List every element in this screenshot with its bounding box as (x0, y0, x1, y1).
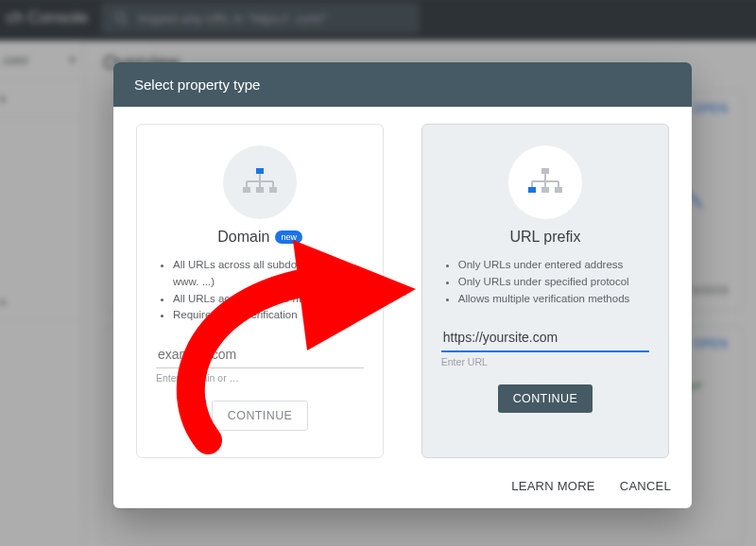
bullet: Requires DNS verification (173, 307, 364, 324)
learn-more-link[interactable]: LEARN MORE (511, 479, 594, 493)
option-url-prefix[interactable]: URL prefix Only URLs under entered addre… (421, 124, 669, 458)
dialog-title: Select property type (113, 62, 692, 107)
dialog-footer: LEARN MORE CANCEL (113, 468, 692, 508)
option-bullets: Only URLs under entered address Only URL… (441, 257, 649, 307)
option-bullets: All URLs across all subdomains (m., www.… (156, 257, 364, 324)
bullet: Allows multiple verification methods (458, 291, 649, 308)
bullet: Only URLs under entered address (458, 257, 649, 274)
svg-rect-19 (555, 187, 562, 193)
svg-rect-18 (541, 187, 549, 193)
new-badge: new (275, 230, 302, 244)
svg-rect-10 (269, 187, 277, 193)
option-separator: or (397, 284, 408, 299)
option-heading: Domain new (217, 229, 302, 246)
bullet: Only URLs under specified protocol (458, 274, 649, 291)
svg-rect-2 (256, 168, 264, 174)
svg-rect-17 (528, 187, 536, 193)
svg-rect-8 (243, 187, 250, 193)
svg-rect-11 (541, 168, 549, 174)
option-heading: URL prefix (509, 229, 580, 246)
sitemap-icon (508, 145, 582, 219)
bullet: All URLs across https or http (173, 291, 364, 308)
domain-input[interactable] (156, 341, 364, 368)
continue-button-url-prefix[interactable]: CONTINUE (498, 384, 593, 413)
input-helper: Enter URL (441, 356, 488, 367)
bullet: All URLs across all subdomains (m., www.… (173, 257, 364, 291)
cancel-button[interactable]: CANCEL (620, 479, 671, 493)
url-prefix-input[interactable] (441, 324, 649, 352)
option-heading-text: Domain (217, 229, 269, 246)
svg-rect-9 (256, 187, 264, 193)
continue-button-domain[interactable]: CONTINUE (212, 401, 308, 431)
input-helper: Enter domain or … (156, 372, 239, 384)
option-heading-text: URL prefix (509, 229, 580, 246)
option-domain[interactable]: Domain new All URLs across all subdomain… (136, 124, 384, 458)
sitemap-icon (223, 145, 297, 219)
select-property-type-dialog: Select property type Domain new (113, 62, 692, 508)
